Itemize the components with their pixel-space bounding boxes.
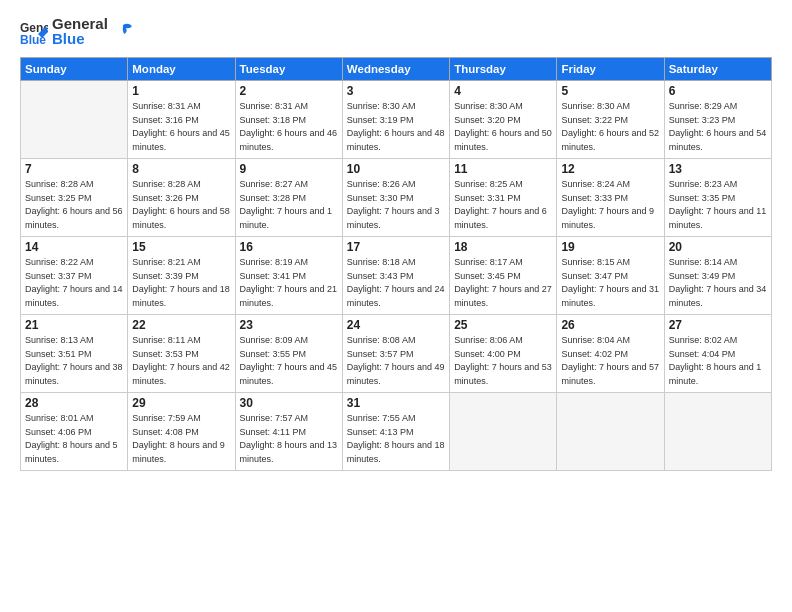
day-number: 15: [132, 240, 230, 254]
calendar-cell: 10Sunrise: 8:26 AMSunset: 3:30 PMDayligh…: [342, 159, 449, 237]
calendar-cell: 1Sunrise: 8:31 AMSunset: 3:16 PMDaylight…: [128, 81, 235, 159]
calendar-cell: 24Sunrise: 8:08 AMSunset: 3:57 PMDayligh…: [342, 315, 449, 393]
calendar-cell: [557, 393, 664, 471]
day-info: Sunrise: 8:21 AMSunset: 3:39 PMDaylight:…: [132, 256, 230, 310]
day-info: Sunrise: 8:31 AMSunset: 3:18 PMDaylight:…: [240, 100, 338, 154]
calendar-cell: 8Sunrise: 8:28 AMSunset: 3:26 PMDaylight…: [128, 159, 235, 237]
day-number: 22: [132, 318, 230, 332]
day-info: Sunrise: 8:30 AMSunset: 3:19 PMDaylight:…: [347, 100, 445, 154]
day-info: Sunrise: 8:24 AMSunset: 3:33 PMDaylight:…: [561, 178, 659, 232]
day-number: 2: [240, 84, 338, 98]
day-number: 11: [454, 162, 552, 176]
day-number: 6: [669, 84, 767, 98]
day-info: Sunrise: 8:28 AMSunset: 3:25 PMDaylight:…: [25, 178, 123, 232]
day-number: 31: [347, 396, 445, 410]
day-info: Sunrise: 8:25 AMSunset: 3:31 PMDaylight:…: [454, 178, 552, 232]
day-info: Sunrise: 8:27 AMSunset: 3:28 PMDaylight:…: [240, 178, 338, 232]
calendar-cell: 17Sunrise: 8:18 AMSunset: 3:43 PMDayligh…: [342, 237, 449, 315]
weekday-header-saturday: Saturday: [664, 58, 771, 81]
day-number: 5: [561, 84, 659, 98]
day-number: 9: [240, 162, 338, 176]
calendar-page: General Blue General Blue SundayMondayTu…: [0, 0, 792, 612]
day-number: 25: [454, 318, 552, 332]
day-number: 4: [454, 84, 552, 98]
day-info: Sunrise: 8:01 AMSunset: 4:06 PMDaylight:…: [25, 412, 123, 466]
day-info: Sunrise: 8:30 AMSunset: 3:22 PMDaylight:…: [561, 100, 659, 154]
day-info: Sunrise: 8:22 AMSunset: 3:37 PMDaylight:…: [25, 256, 123, 310]
day-info: Sunrise: 8:31 AMSunset: 3:16 PMDaylight:…: [132, 100, 230, 154]
day-number: 1: [132, 84, 230, 98]
calendar-cell: 14Sunrise: 8:22 AMSunset: 3:37 PMDayligh…: [21, 237, 128, 315]
calendar-cell: 2Sunrise: 8:31 AMSunset: 3:18 PMDaylight…: [235, 81, 342, 159]
calendar-cell: 28Sunrise: 8:01 AMSunset: 4:06 PMDayligh…: [21, 393, 128, 471]
calendar-cell: 26Sunrise: 8:04 AMSunset: 4:02 PMDayligh…: [557, 315, 664, 393]
day-number: 8: [132, 162, 230, 176]
day-info: Sunrise: 8:28 AMSunset: 3:26 PMDaylight:…: [132, 178, 230, 232]
weekday-header-friday: Friday: [557, 58, 664, 81]
weekday-header-monday: Monday: [128, 58, 235, 81]
calendar-week-row: 1Sunrise: 8:31 AMSunset: 3:16 PMDaylight…: [21, 81, 772, 159]
day-number: 23: [240, 318, 338, 332]
day-number: 28: [25, 396, 123, 410]
day-info: Sunrise: 8:29 AMSunset: 3:23 PMDaylight:…: [669, 100, 767, 154]
calendar-cell: 16Sunrise: 8:19 AMSunset: 3:41 PMDayligh…: [235, 237, 342, 315]
header: General Blue General Blue: [20, 16, 772, 47]
calendar-cell: 13Sunrise: 8:23 AMSunset: 3:35 PMDayligh…: [664, 159, 771, 237]
day-number: 30: [240, 396, 338, 410]
day-number: 20: [669, 240, 767, 254]
day-info: Sunrise: 8:23 AMSunset: 3:35 PMDaylight:…: [669, 178, 767, 232]
day-info: Sunrise: 8:26 AMSunset: 3:30 PMDaylight:…: [347, 178, 445, 232]
calendar-cell: 20Sunrise: 8:14 AMSunset: 3:49 PMDayligh…: [664, 237, 771, 315]
day-number: 7: [25, 162, 123, 176]
day-info: Sunrise: 8:14 AMSunset: 3:49 PMDaylight:…: [669, 256, 767, 310]
day-number: 13: [669, 162, 767, 176]
calendar-cell: [450, 393, 557, 471]
day-number: 16: [240, 240, 338, 254]
calendar-cell: 29Sunrise: 7:59 AMSunset: 4:08 PMDayligh…: [128, 393, 235, 471]
weekday-header-tuesday: Tuesday: [235, 58, 342, 81]
calendar-cell: 12Sunrise: 8:24 AMSunset: 3:33 PMDayligh…: [557, 159, 664, 237]
day-info: Sunrise: 7:57 AMSunset: 4:11 PMDaylight:…: [240, 412, 338, 466]
calendar-table: SundayMondayTuesdayWednesdayThursdayFrid…: [20, 57, 772, 471]
calendar-cell: 30Sunrise: 7:57 AMSunset: 4:11 PMDayligh…: [235, 393, 342, 471]
day-info: Sunrise: 8:18 AMSunset: 3:43 PMDaylight:…: [347, 256, 445, 310]
day-number: 3: [347, 84, 445, 98]
day-info: Sunrise: 8:13 AMSunset: 3:51 PMDaylight:…: [25, 334, 123, 388]
logo-bird-icon: [112, 21, 134, 43]
calendar-week-row: 21Sunrise: 8:13 AMSunset: 3:51 PMDayligh…: [21, 315, 772, 393]
day-info: Sunrise: 8:11 AMSunset: 3:53 PMDaylight:…: [132, 334, 230, 388]
calendar-week-row: 14Sunrise: 8:22 AMSunset: 3:37 PMDayligh…: [21, 237, 772, 315]
day-info: Sunrise: 8:02 AMSunset: 4:04 PMDaylight:…: [669, 334, 767, 388]
calendar-cell: 3Sunrise: 8:30 AMSunset: 3:19 PMDaylight…: [342, 81, 449, 159]
svg-text:Blue: Blue: [20, 33, 46, 46]
day-number: 17: [347, 240, 445, 254]
calendar-cell: [664, 393, 771, 471]
day-number: 19: [561, 240, 659, 254]
logo-icon: General Blue: [20, 18, 48, 46]
calendar-cell: [21, 81, 128, 159]
calendar-cell: 7Sunrise: 8:28 AMSunset: 3:25 PMDaylight…: [21, 159, 128, 237]
calendar-cell: 21Sunrise: 8:13 AMSunset: 3:51 PMDayligh…: [21, 315, 128, 393]
day-info: Sunrise: 7:55 AMSunset: 4:13 PMDaylight:…: [347, 412, 445, 466]
day-number: 14: [25, 240, 123, 254]
calendar-cell: 11Sunrise: 8:25 AMSunset: 3:31 PMDayligh…: [450, 159, 557, 237]
calendar-cell: 6Sunrise: 8:29 AMSunset: 3:23 PMDaylight…: [664, 81, 771, 159]
calendar-cell: 22Sunrise: 8:11 AMSunset: 3:53 PMDayligh…: [128, 315, 235, 393]
day-info: Sunrise: 8:15 AMSunset: 3:47 PMDaylight:…: [561, 256, 659, 310]
weekday-header-row: SundayMondayTuesdayWednesdayThursdayFrid…: [21, 58, 772, 81]
day-number: 26: [561, 318, 659, 332]
calendar-cell: 27Sunrise: 8:02 AMSunset: 4:04 PMDayligh…: [664, 315, 771, 393]
calendar-cell: 5Sunrise: 8:30 AMSunset: 3:22 PMDaylight…: [557, 81, 664, 159]
day-number: 24: [347, 318, 445, 332]
calendar-cell: 31Sunrise: 7:55 AMSunset: 4:13 PMDayligh…: [342, 393, 449, 471]
logo: General Blue General Blue: [20, 16, 134, 47]
calendar-cell: 18Sunrise: 8:17 AMSunset: 3:45 PMDayligh…: [450, 237, 557, 315]
calendar-week-row: 7Sunrise: 8:28 AMSunset: 3:25 PMDaylight…: [21, 159, 772, 237]
day-info: Sunrise: 8:30 AMSunset: 3:20 PMDaylight:…: [454, 100, 552, 154]
logo-blue: Blue: [52, 31, 108, 48]
weekday-header-sunday: Sunday: [21, 58, 128, 81]
calendar-cell: 15Sunrise: 8:21 AMSunset: 3:39 PMDayligh…: [128, 237, 235, 315]
day-info: Sunrise: 8:17 AMSunset: 3:45 PMDaylight:…: [454, 256, 552, 310]
weekday-header-thursday: Thursday: [450, 58, 557, 81]
calendar-cell: 9Sunrise: 8:27 AMSunset: 3:28 PMDaylight…: [235, 159, 342, 237]
